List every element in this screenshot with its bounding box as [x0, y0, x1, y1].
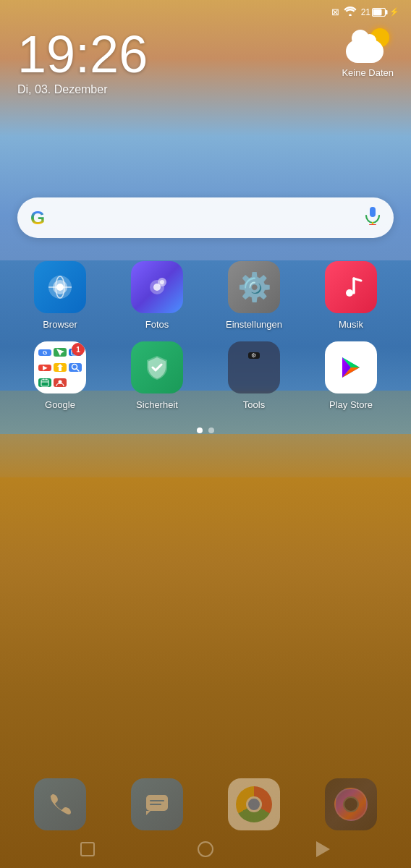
svg-line-17: [77, 369, 79, 371]
app-row-1: Browser Fotos ⚙️ Einst: [12, 261, 399, 330]
page-dot-1[interactable]: [197, 427, 203, 433]
svg-rect-18: [41, 380, 48, 386]
page-dot-2[interactable]: [208, 427, 214, 433]
app-musik[interactable]: Musik: [311, 261, 391, 330]
sicherheit-label: Sicherheit: [136, 399, 178, 410]
clock-date: Di, 03. Dezember: [17, 83, 148, 96]
fotos-icon: [131, 261, 183, 313]
svg-rect-3: [373, 9, 382, 15]
svg-point-14: [346, 289, 353, 297]
google-label: Google: [45, 399, 75, 410]
clock-weather-row: 19:26 Di, 03. Dezember Keine Daten: [0, 21, 411, 96]
search-bar[interactable]: G: [17, 197, 394, 238]
app-row-2: 1 G ▶: [12, 341, 399, 410]
gear-icon: ⚙️: [237, 271, 271, 303]
app-einstellungen[interactable]: ⚙️ Einstellungen: [214, 261, 294, 330]
browser-label: Browser: [43, 319, 77, 330]
tools-folder-icon: ⚙: [228, 341, 280, 393]
app-sicherheit[interactable]: Sicherheit: [117, 341, 197, 410]
google-logo: G: [30, 207, 45, 229]
clock-area: 19:26 Di, 03. Dezember: [17, 28, 148, 96]
weather-area: Keine Daten: [342, 28, 394, 78]
status-bar: ⊠ 21 ⚡: [0, 0, 411, 21]
notification-badge: 1: [72, 343, 85, 356]
svg-point-0: [349, 14, 352, 16]
browser-icon: [34, 261, 86, 313]
svg-point-13: [160, 280, 164, 284]
settings-label: Einstellungen: [226, 319, 282, 330]
app-google[interactable]: 1 G ▶: [20, 341, 100, 410]
charging-icon: ⚡: [389, 7, 399, 17]
musik-icon: [325, 261, 377, 313]
weather-icon: [346, 28, 389, 63]
svg-rect-4: [370, 207, 376, 217]
clock-time: 19:26: [17, 28, 148, 80]
sicherheit-icon: [131, 341, 183, 393]
page-indicator: [0, 416, 411, 439]
google-folder-icon: 1 G ▶: [34, 341, 86, 393]
playstore-label: Play Store: [329, 399, 373, 410]
battery-indicator: 21 ⚡: [361, 7, 399, 17]
weather-label: Keine Daten: [342, 67, 394, 78]
wifi-icon: [344, 6, 357, 18]
app-fotos[interactable]: Fotos: [117, 261, 197, 330]
microphone-icon[interactable]: [365, 206, 381, 229]
screen-record-icon: ⊠: [331, 7, 339, 17]
app-browser[interactable]: Browser: [20, 261, 100, 330]
search-area: G: [0, 96, 411, 238]
musik-label: Musik: [339, 319, 363, 330]
cloud-icon: [346, 40, 384, 63]
svg-point-16: [72, 365, 77, 370]
tools-label: Tools: [243, 399, 265, 410]
playstore-icon: [325, 341, 377, 393]
settings-icon: ⚙️: [228, 261, 280, 313]
app-playstore[interactable]: Play Store: [311, 341, 391, 410]
app-tools[interactable]: ⚙ Tools: [214, 341, 294, 410]
battery-level: 21: [361, 7, 370, 17]
svg-rect-2: [386, 10, 388, 14]
fotos-label: Fotos: [145, 319, 169, 330]
app-grid: Browser Fotos ⚙️ Einst: [0, 238, 411, 416]
